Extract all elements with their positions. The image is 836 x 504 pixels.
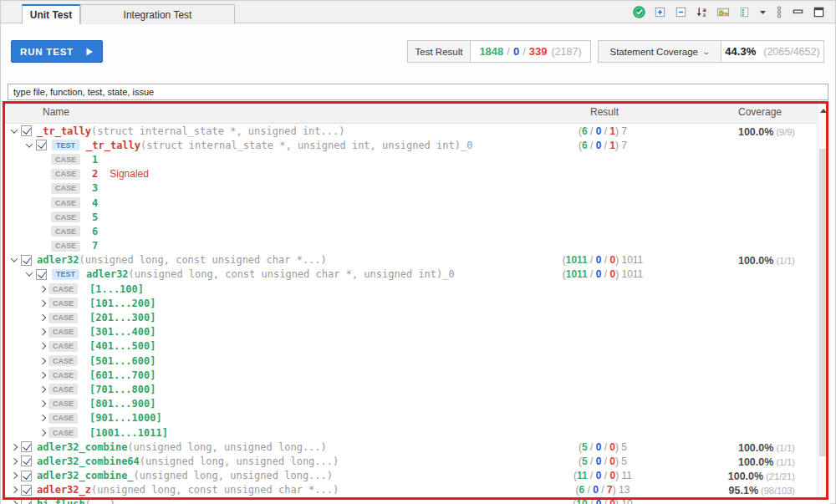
chevron-right-icon[interactable] (36, 301, 48, 306)
chevron-right-icon[interactable] (8, 473, 20, 478)
tree-row[interactable]: CASE[401...500] (3, 339, 817, 354)
column-header-name[interactable]: Name (43, 106, 69, 118)
tree-row[interactable]: CASE[501...600] (3, 354, 817, 368)
chevron-right-icon[interactable] (8, 459, 20, 464)
target-success-icon[interactable] (633, 6, 645, 18)
chevron-right-icon[interactable] (8, 445, 20, 450)
result-passed: 10 (576, 498, 587, 504)
result-failed: 0 (609, 268, 615, 280)
expand-all-icon[interactable] (654, 6, 666, 18)
checkbox-checked[interactable] (21, 471, 32, 481)
app-window: Unit Test Integration Test az RUN TEST T… (0, 0, 836, 504)
tree-row[interactable]: CASE2Signaled (3, 167, 817, 181)
collapse-all-icon[interactable] (675, 6, 687, 18)
scrollbar-thumb[interactable] (819, 149, 828, 456)
result-skipped: 0 (596, 125, 602, 137)
row-name-cell: CASE1 (3, 152, 98, 166)
sort-az-icon[interactable]: az (696, 6, 708, 18)
coverage-fraction: (98/103) (761, 486, 795, 496)
search-input[interactable] (8, 84, 828, 100)
tree-row[interactable]: CASE[701...800] (3, 382, 817, 396)
row-name-cell: CASE2Signaled (3, 167, 149, 181)
checklist-icon[interactable] (738, 6, 751, 18)
chevron-right-icon[interactable] (36, 387, 48, 392)
link-circles-icon[interactable] (775, 6, 783, 18)
total-count: (2187) (551, 46, 581, 58)
test-result-label: Test Result (407, 40, 471, 63)
toolbar-icons: az (633, 6, 825, 18)
checkbox-checked[interactable] (21, 456, 32, 466)
chevron-right-icon[interactable] (8, 487, 20, 492)
chevron-right-icon[interactable] (36, 287, 48, 292)
tree-row[interactable]: adler32_combine(unsigned long, unsigned … (3, 440, 817, 454)
chevron-right-icon[interactable] (36, 430, 48, 435)
tree-row[interactable]: CASE4 (3, 196, 817, 210)
tree-row[interactable]: adler32(unsigned long, const unsigned ch… (3, 253, 817, 267)
coverage-fraction: (9/9) (776, 127, 795, 137)
chevron-right-icon[interactable] (36, 344, 48, 349)
column-header-coverage[interactable]: Coverage (670, 106, 795, 118)
chevron-down-icon[interactable] (23, 143, 35, 148)
checkbox-checked[interactable] (36, 269, 47, 280)
tree-row[interactable]: TEST_tr_tally(struct internal_state *, u… (3, 138, 817, 152)
tree-row[interactable]: CASE[1...100] (3, 282, 817, 296)
chevron-right-icon[interactable] (36, 373, 48, 378)
tab-unit-test[interactable]: Unit Test (22, 4, 80, 24)
tree-row[interactable]: bi_flush(...)(10 / 0 / 0) 10 (3, 497, 817, 504)
tree-row[interactable]: adler32_z(unsigned long, const unsigned … (3, 483, 817, 497)
chevron-right-icon[interactable] (36, 315, 48, 320)
tree-row[interactable]: CASE[201...300] (3, 310, 817, 324)
function-name: adler32_combine_ (37, 470, 134, 481)
minimize-icon[interactable] (792, 6, 804, 18)
chevron-down-icon[interactable] (8, 129, 20, 134)
result-skipped: 0 (596, 268, 602, 280)
case-badge: CASE (51, 241, 80, 252)
tree-row[interactable]: CASE3 (3, 181, 817, 196)
coverage-percent: 100.0% (728, 471, 763, 482)
checkbox-checked[interactable] (21, 499, 32, 504)
tree-row[interactable]: CASE[101...200] (3, 296, 817, 310)
tree-row[interactable]: CASE5 (3, 210, 817, 224)
run-test-button[interactable]: RUN TEST (11, 40, 103, 63)
failed-count: 339 (529, 45, 548, 58)
tree-row[interactable]: CASE[301...400] (3, 325, 817, 339)
coverage-mode-label: Statement Coverage (609, 47, 697, 57)
chevron-right-icon[interactable] (36, 415, 48, 420)
vertical-scrollbar[interactable] (817, 104, 828, 502)
key-icon[interactable] (716, 6, 730, 18)
chevron-down-icon[interactable] (23, 272, 35, 277)
tree-row[interactable]: CASE[1001...1011] (3, 425, 817, 440)
result-passed: 11 (577, 470, 588, 481)
tab-integration-test[interactable]: Integration Test (80, 4, 235, 24)
chevron-right-icon[interactable] (36, 401, 48, 406)
tree-row[interactable]: CASE[801...900] (3, 397, 817, 411)
tree-row[interactable]: CASE7 (3, 239, 817, 253)
case-badge: CASE (51, 226, 80, 237)
tree-row[interactable]: adler32_combine64(unsigned long, unsigne… (3, 454, 817, 468)
result-skipped: 0 (596, 456, 602, 467)
tree-row[interactable]: TESTadler32(unsigned long, const unsigne… (3, 267, 817, 282)
checkbox-checked[interactable] (21, 485, 32, 496)
tree-row[interactable]: _tr_tally(struct internal_state *, unsig… (3, 124, 817, 138)
chevron-right-icon[interactable] (36, 329, 48, 334)
checkbox-checked[interactable] (21, 441, 32, 452)
play-icon (85, 48, 94, 56)
result-failed: 1 (609, 140, 615, 151)
function-name: adler32_z (37, 484, 91, 496)
tree-row[interactable]: CASE6 (3, 224, 817, 238)
tree-row[interactable]: adler32_combine_(unsigned long, unsigned… (3, 469, 817, 483)
checkbox-checked[interactable] (21, 255, 32, 266)
scroll-up-icon[interactable] (820, 109, 827, 113)
checkbox-checked[interactable] (21, 125, 32, 136)
function-signature: (struct internal_state *, unsigned int, … (140, 140, 472, 151)
tree-row[interactable]: CASE[601...700] (3, 368, 817, 382)
dropdown-caret-icon[interactable] (759, 8, 767, 16)
checkbox-checked[interactable] (36, 140, 47, 150)
chevron-right-icon[interactable] (36, 359, 48, 364)
row-name-cell: adler32_z(unsigned long, const unsigned … (3, 483, 339, 497)
tree-row[interactable]: CASE1 (3, 152, 817, 166)
coverage-mode-select[interactable]: Statement Coverage ⌄ (598, 40, 721, 63)
tree-row[interactable]: CASE[901...1000] (3, 411, 817, 425)
chevron-down-icon[interactable] (8, 257, 20, 262)
maximize-icon[interactable] (813, 6, 825, 18)
